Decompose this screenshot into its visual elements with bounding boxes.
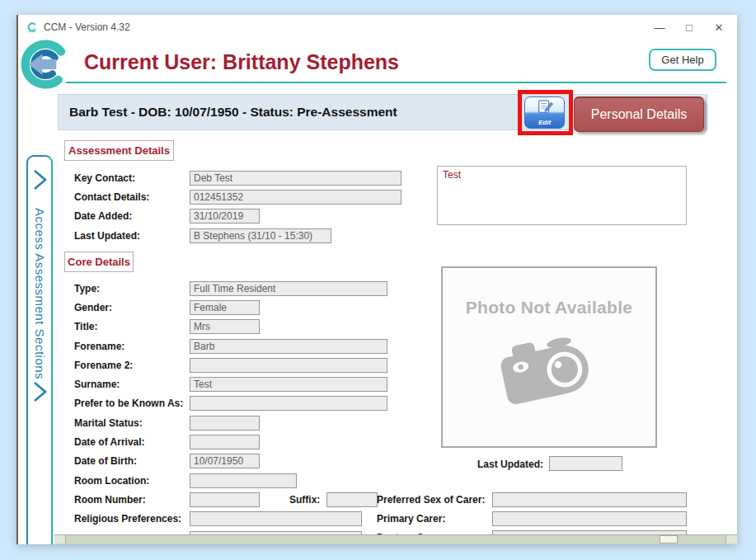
field-label: Type: <box>74 283 190 294</box>
sidebar-title: Access Assessment Sections <box>33 208 47 379</box>
core-details-heading: Core Details <box>64 252 134 272</box>
field-input[interactable] <box>190 396 387 411</box>
field-label: Key Contact: <box>74 172 190 184</box>
field-label: Prefer to be Known As: <box>74 398 190 409</box>
field-input[interactable]: Mrs <box>190 319 260 334</box>
edit-document-icon <box>535 99 555 117</box>
field-input[interactable]: Full Time Resident <box>190 281 387 296</box>
field-label: Date Added: <box>74 210 190 222</box>
field-input[interactable]: Deb Test <box>190 171 401 186</box>
field-label: Date of Birth: <box>74 455 190 467</box>
field-input[interactable]: B Stephens (31/10 - 15:30) <box>190 228 331 243</box>
field-row: Title:Mrs <box>74 318 387 336</box>
patient-summary-text: Barb Test - DOB: 10/07/1950 - Status: Pr… <box>69 105 397 120</box>
field-input[interactable] <box>190 473 297 488</box>
field-row: Marital Status: <box>74 413 387 432</box>
page-title: Current User: Brittany Stephens <box>84 50 399 74</box>
field-input[interactable]: Test <box>190 377 387 392</box>
field-input[interactable]: 012451352 <box>190 190 401 205</box>
window-controls: — □ ✕ <box>645 15 734 40</box>
field-row: Contact Details:012451352 <box>74 187 404 206</box>
field-label: Preferred Sex of Carer: <box>377 494 492 506</box>
field-row: Room Location: <box>74 471 387 490</box>
scroll-right-button[interactable] <box>725 535 737 544</box>
get-help-button[interactable]: Get Help <box>649 49 716 71</box>
field-input[interactable] <box>190 358 387 373</box>
field-label: Primary Carer: <box>377 513 492 525</box>
field-row: Preferred Sex of Carer: <box>377 490 723 509</box>
assessment-details-heading: Assessment Details <box>64 140 174 161</box>
scrollbar-thumb[interactable] <box>660 535 678 544</box>
chevron-right-icon[interactable] <box>33 381 47 402</box>
field-input[interactable]: Female <box>190 300 260 315</box>
field-row: Date Added:31/10/2019 <box>74 207 404 226</box>
field-label: Room Location: <box>74 475 190 487</box>
field-label: Contact Details: <box>74 191 190 203</box>
field-input[interactable] <box>190 435 260 449</box>
photo-placeholder-text: Photo Not Available <box>443 298 655 318</box>
horizontal-scrollbar[interactable] <box>54 534 737 544</box>
field-row: Forename:Barb <box>74 336 387 355</box>
edit-button[interactable]: Edit <box>524 96 565 129</box>
maximize-icon[interactable]: □ <box>674 15 704 40</box>
field-label: Suffix: <box>289 494 320 506</box>
camera-icon <box>487 324 611 421</box>
header-divider <box>66 82 726 83</box>
core-details-fields: Type:Full Time ResidentGender:FemaleTitl… <box>74 279 387 544</box>
chevron-right-icon[interactable] <box>33 169 47 191</box>
access-assessment-sections-tab[interactable]: Access Assessment Sections <box>26 155 53 544</box>
field-input[interactable] <box>492 511 687 526</box>
field-input[interactable] <box>190 492 260 507</box>
field-label: Date of Arrival: <box>74 436 190 448</box>
field-label: Last Updated: <box>74 230 190 242</box>
field-label: Religious Preferences: <box>74 513 190 525</box>
field-input[interactable] <box>492 492 687 507</box>
field-label: Forename 2: <box>74 360 190 371</box>
field-row: Key Contact:Deb Test <box>74 168 404 187</box>
window-title: CCM - Version 4.32 <box>44 21 130 33</box>
field-row: Religious Preferences: <box>74 510 387 529</box>
field-label: Surname: <box>74 379 190 390</box>
personal-details-button[interactable]: Personal Details <box>574 96 704 132</box>
title-bar: CCM - Version 4.32 — □ ✕ <box>18 15 737 40</box>
field-row: Last Updated:B Stephens (31/10 - 15:30) <box>74 226 404 245</box>
field-row: Primary Carer: <box>377 509 723 528</box>
field-input[interactable]: Barb <box>190 339 387 354</box>
field-label: Room Number: <box>74 494 190 506</box>
field-row: Surname:Test <box>74 374 387 393</box>
minimize-icon[interactable]: — <box>645 15 674 40</box>
edit-button-label: Edit <box>538 120 551 126</box>
photo-placeholder: Photo Not Available <box>441 266 657 448</box>
assessment-notes-textarea[interactable]: Test <box>437 166 687 225</box>
field-input[interactable] <box>190 511 362 526</box>
field-label: Gender: <box>74 302 190 313</box>
field-label: Forename: <box>74 341 190 352</box>
scroll-left-button[interactable] <box>54 535 66 544</box>
field-row: Room Number:Suffix: <box>74 490 387 509</box>
field-row: Prefer to be Known As: <box>74 394 387 413</box>
field-input[interactable] <box>190 416 260 431</box>
field-label: Title: <box>74 321 190 332</box>
field-row: Type:Full Time Resident <box>74 279 387 298</box>
field-row: Date of Arrival: <box>74 432 387 451</box>
field-label: Marital Status: <box>74 417 190 429</box>
assessment-details-fields: Key Contact:Deb TestContact Details:0124… <box>74 168 404 245</box>
photo-last-updated-input[interactable] <box>549 456 622 471</box>
field-row: Date of Birth:10/07/1950 <box>74 452 387 471</box>
ccm-titlebar-icon <box>26 21 38 33</box>
field-input[interactable]: 10/07/1950 <box>190 454 260 468</box>
field-row: Forename 2: <box>74 355 387 374</box>
photo-last-updated-label: Last Updated: <box>467 459 543 470</box>
field-row: Gender:Female <box>74 298 387 317</box>
field-input[interactable]: 31/10/2019 <box>190 209 260 224</box>
field-input[interactable] <box>326 492 378 507</box>
close-icon[interactable]: ✕ <box>704 15 734 40</box>
app-window: CCM - Version 4.32 — □ ✕ Current User: B… <box>16 15 737 544</box>
